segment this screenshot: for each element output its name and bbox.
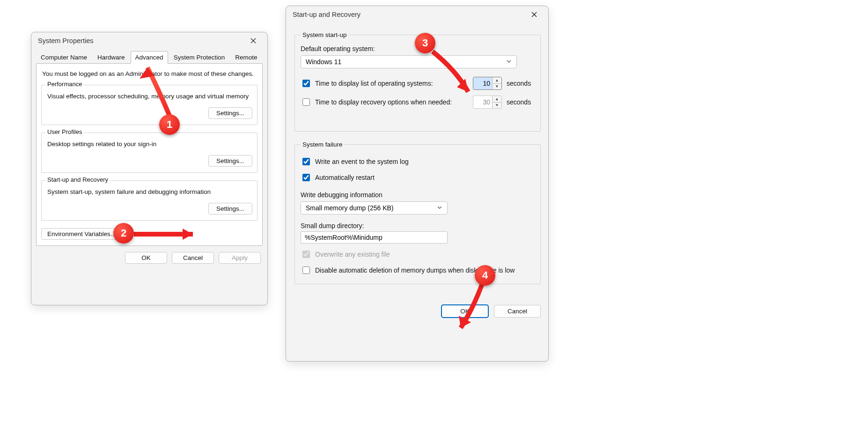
legend-performance: Performance bbox=[45, 81, 84, 88]
group-system-failure: System failure Write an event to the sys… bbox=[294, 141, 541, 284]
display-recovery-unit: seconds bbox=[507, 98, 535, 106]
close-icon bbox=[531, 12, 537, 17]
titlebar: System Properties bbox=[31, 32, 267, 49]
disable-auto-delete-checkbox[interactable] bbox=[302, 266, 310, 274]
row-display-recovery: Time to display recovery options when ne… bbox=[301, 96, 535, 109]
legend-system-startup: System start-up bbox=[301, 31, 349, 38]
auto-restart-label: Automatically restart bbox=[315, 174, 375, 181]
apply-button[interactable]: Apply bbox=[219, 252, 261, 264]
admin-hint: You must be logged on as an Administrato… bbox=[41, 68, 257, 82]
legend-user-profiles: User Profiles bbox=[45, 128, 84, 135]
display-list-checkbox[interactable] bbox=[302, 80, 310, 87]
dialog-title: System Properties bbox=[36, 37, 93, 44]
write-event-checkbox[interactable] bbox=[302, 158, 310, 165]
row-display-list: Time to display list of operating system… bbox=[301, 77, 535, 90]
display-list-unit: seconds bbox=[507, 80, 535, 87]
desc-user-profiles: Desktop settings related to your sign-in bbox=[46, 137, 252, 155]
desc-performance: Visual effects, processor scheduling, me… bbox=[46, 89, 252, 107]
annotation-marker-3: 3 bbox=[415, 33, 435, 53]
row-overwrite: Overwrite any existing file bbox=[301, 249, 535, 259]
desc-startup-recovery: System start-up, system failure and debu… bbox=[46, 185, 252, 203]
close-button[interactable] bbox=[524, 8, 544, 21]
row-disable-auto-delete: Disable automatic deletion of memory dum… bbox=[301, 265, 535, 275]
display-recovery-checkbox[interactable] bbox=[302, 98, 310, 106]
group-startup-recovery: Start-up and Recovery System start-up, s… bbox=[41, 180, 257, 221]
cancel-button[interactable]: Cancel bbox=[172, 252, 214, 264]
legend-startup-recovery: Start-up and Recovery bbox=[45, 176, 110, 183]
close-button[interactable] bbox=[243, 34, 264, 47]
row-auto-restart: Automatically restart bbox=[301, 172, 535, 183]
debug-type-dropdown[interactable]: Small memory dump (256 KB) bbox=[301, 201, 448, 215]
group-performance: Performance Visual effects, processor sc… bbox=[41, 85, 257, 125]
tab-system-protection[interactable]: System Protection bbox=[169, 51, 230, 64]
overwrite-checkbox bbox=[302, 251, 310, 258]
environment-variables-button[interactable]: Environment Variables... bbox=[41, 228, 122, 240]
dump-dir-label: Small dump directory: bbox=[301, 222, 535, 229]
display-recovery-spinner[interactable]: 30 ▲▼ bbox=[473, 96, 502, 109]
ok-button[interactable]: OK bbox=[441, 305, 488, 318]
dialog-title: Start-up and Recovery bbox=[291, 11, 360, 18]
spinner-buttons[interactable]: ▲▼ bbox=[492, 96, 501, 108]
dialog-body: System start-up Default operating system… bbox=[286, 23, 548, 298]
dump-dir-value: %SystemRoot%\Minidump bbox=[305, 234, 383, 241]
titlebar: Start-up and Recovery bbox=[286, 6, 548, 23]
chevron-down-icon bbox=[506, 58, 512, 66]
write-debug-label: Write debugging information bbox=[301, 191, 535, 199]
tab-hardware[interactable]: Hardware bbox=[93, 51, 130, 64]
default-os-value: Windows 11 bbox=[306, 58, 341, 66]
overwrite-label: Overwrite any existing file bbox=[315, 251, 390, 258]
group-user-profiles: User Profiles Desktop settings related t… bbox=[41, 133, 257, 173]
legend-system-failure: System failure bbox=[301, 141, 345, 148]
spinner-buttons[interactable]: ▲▼ bbox=[492, 77, 501, 89]
startup-recovery-dialog: Start-up and Recovery System start-up De… bbox=[286, 6, 549, 362]
system-properties-dialog: System Properties Computer Name Hardware… bbox=[31, 32, 268, 305]
ok-button[interactable]: OK bbox=[125, 252, 167, 264]
close-icon bbox=[250, 38, 256, 44]
dialog-footer: OK Cancel bbox=[286, 298, 548, 325]
row-write-event: Write an event to the system log bbox=[301, 156, 535, 167]
chevron-down-icon bbox=[437, 204, 442, 212]
debug-type-value: Small memory dump (256 KB) bbox=[306, 204, 394, 212]
tab-advanced[interactable]: Advanced bbox=[131, 51, 168, 64]
auto-restart-checkbox[interactable] bbox=[302, 174, 310, 181]
annotation-marker-2: 2 bbox=[113, 223, 134, 244]
tab-remote[interactable]: Remote bbox=[230, 51, 262, 64]
cancel-button[interactable]: Cancel bbox=[494, 305, 541, 318]
display-list-value: 10 bbox=[473, 77, 492, 89]
display-list-spinner[interactable]: 10 ▲▼ bbox=[473, 77, 502, 90]
dialog-footer: OK Cancel Apply bbox=[31, 248, 267, 270]
display-recovery-value: 30 bbox=[473, 96, 492, 108]
annotation-marker-1: 1 bbox=[159, 114, 180, 135]
write-event-label: Write an event to the system log bbox=[315, 158, 409, 165]
annotation-marker-4: 4 bbox=[475, 265, 495, 286]
tab-strip: Computer Name Hardware Advanced System P… bbox=[31, 51, 267, 64]
settings-user-profiles-button[interactable]: Settings... bbox=[208, 155, 252, 167]
dump-dir-input[interactable]: %SystemRoot%\Minidump bbox=[301, 231, 448, 244]
default-os-dropdown[interactable]: Windows 11 bbox=[301, 55, 517, 68]
tab-page-advanced: You must be logged on as an Administrato… bbox=[36, 63, 263, 246]
tab-computer-name[interactable]: Computer Name bbox=[36, 51, 92, 64]
display-recovery-label: Time to display recovery options when ne… bbox=[315, 98, 452, 106]
settings-startup-recovery-button[interactable]: Settings... bbox=[208, 203, 252, 215]
display-list-label: Time to display list of operating system… bbox=[315, 80, 433, 87]
settings-performance-button[interactable]: Settings... bbox=[208, 107, 252, 119]
